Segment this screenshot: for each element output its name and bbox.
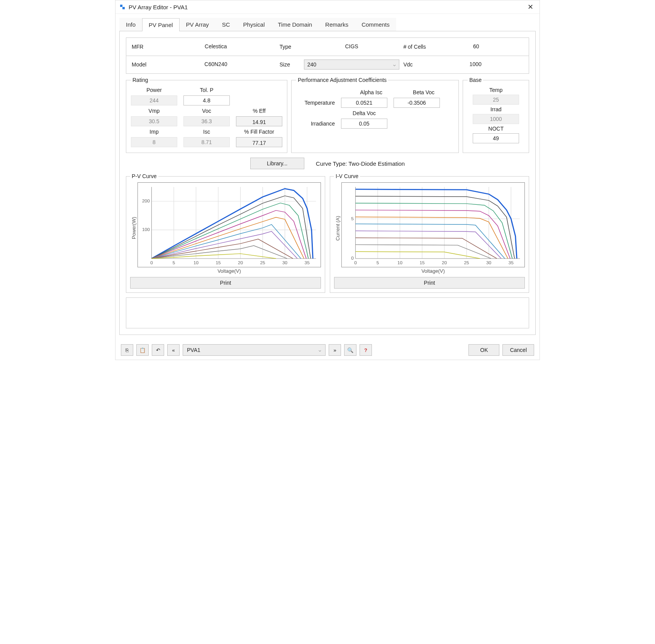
svg-text:100: 100 [142,228,150,232]
curve-type-label: Curve Type: Two-Diode Estimation [316,160,405,167]
voc-label: Voc [183,108,230,114]
alpha-label: Alpha Isc [348,89,394,95]
rating-group: Rating Power Tol. P 244 4.8 Vmp Voc % Ef… [126,77,287,153]
paste-icon[interactable]: 📋 [136,344,149,356]
tab-pv-panel[interactable]: PV Panel [142,18,180,31]
iv-ylabel: Current (A) [334,182,341,274]
id-combo-value: PVA1 [187,347,200,353]
tabs: Info PV Panel PV Array SC Physical Time … [119,18,536,31]
tab-info[interactable]: Info [119,18,142,31]
tolp-field[interactable]: 4.8 [183,95,230,105]
ff-field[interactable]: 77.17 [236,137,282,147]
tolp-label: Tol. P [183,87,230,93]
svg-text:0: 0 [354,261,357,265]
size-label: Size [280,61,301,68]
iv-curve-box: I-V Curve Current (A) 0510152025303505 V… [330,173,529,293]
beta-label: Beta Voc [400,89,447,95]
svg-text:20: 20 [238,261,243,265]
type-field[interactable]: CIGS [304,42,400,52]
base-irrad-field: 1000 [473,114,519,124]
pv-ylabel: Power(W) [130,182,137,274]
iv-print-button[interactable]: Print [334,277,525,289]
tab-pv-array[interactable]: PV Array [180,18,216,31]
cells-field[interactable]: 60 [429,42,523,52]
svg-text:25: 25 [260,261,265,265]
vmp-label: Vmp [131,108,177,114]
titlebar: PV Array Editor - PVA1 ✕ [115,0,540,14]
id-combo[interactable]: PVA1 ⌵ [183,344,326,356]
find-icon[interactable]: 🔍 [344,344,356,356]
svg-text:0: 0 [150,261,153,265]
svg-text:30: 30 [486,261,491,265]
iv-legend: I-V Curve [334,173,360,179]
mfr-label: MFR [132,44,153,50]
library-button[interactable]: Library... [250,158,304,169]
pv-legend: P-V Curve [130,173,158,179]
help-button[interactable]: ? [360,344,372,356]
imp-label: Imp [131,129,177,135]
ff-label: % Fill Factor [236,129,282,135]
model-field[interactable]: C60N240 [156,59,276,70]
copy-icon[interactable]: ⎘ [121,344,133,356]
model-label: Model [132,61,153,68]
svg-text:10: 10 [193,261,199,265]
pv-xlabel: Voltage(V) [137,268,321,274]
svg-text:200: 200 [142,199,150,204]
header-row-2: Model C60N240 Size 240 ⌵ Vdc 1000 [126,56,529,74]
svg-text:5: 5 [173,261,175,265]
window-title: PV Array Editor - PVA1 [129,4,525,10]
mfr-field[interactable]: Celestica [156,42,276,52]
svg-text:15: 15 [216,261,221,265]
power-field: 244 [131,95,177,105]
ok-button[interactable]: OK [468,344,499,356]
svg-text:5: 5 [377,261,379,265]
delta-field[interactable]: 0.05 [341,119,387,129]
imp-field: 8 [131,137,177,147]
content: Info PV Panel PV Array SC Physical Time … [115,14,540,340]
pv-curve-box: P-V Curve Power(W) 05101520253035100200 … [126,173,325,293]
beta-field[interactable]: -0.3506 [394,98,440,108]
chevron-down-icon: ⌵ [319,348,321,353]
nav-first-button[interactable]: « [167,344,180,356]
tab-remarks[interactable]: Remarks [319,18,355,31]
pv-print-button[interactable]: Print [130,277,321,289]
svg-text:15: 15 [419,261,424,265]
eff-label: % Eff [236,108,282,114]
temp-row-label: Temperature [296,100,335,106]
base-irrad-label: Irrad [490,106,502,112]
base-noct-field[interactable]: 49 [473,133,519,143]
alpha-field[interactable]: 0.0521 [341,98,387,108]
svg-rect-0 [120,5,122,7]
message-box [126,297,529,328]
tab-time-domain[interactable]: Time Domain [271,18,319,31]
undo-icon[interactable]: ↶ [152,344,164,356]
chevron-down-icon: ⌵ [393,62,396,67]
tab-comments[interactable]: Comments [355,18,396,31]
perf-group: Performance Adjustment Coefficients x Al… [291,77,459,153]
tab-physical[interactable]: Physical [237,18,272,31]
perf-legend: Performance Adjustment Coefficients [296,77,388,83]
size-value: 240 [307,61,316,68]
svg-text:25: 25 [464,261,469,265]
svg-text:5: 5 [351,216,354,221]
bottom-bar: ⎘ 📋 ↶ « PVA1 ⌵ » 🔍 ? OK Cancel [115,340,540,360]
base-temp-label: Temp [489,87,502,93]
nav-last-button[interactable]: » [329,344,341,356]
library-row: Library... Curve Type: Two-Diode Estimat… [126,158,529,169]
isc-label: Isc [183,129,230,135]
cancel-button[interactable]: Cancel [502,344,534,356]
header-row-1: MFR Celestica Type CIGS # of Cells 60 [126,37,529,56]
svg-text:10: 10 [397,261,402,265]
base-temp-field: 25 [473,95,519,105]
close-icon[interactable]: ✕ [525,3,536,11]
tab-sc[interactable]: SC [216,18,237,31]
app-icon [119,4,126,10]
power-label: Power [131,87,177,93]
size-select[interactable]: 240 ⌵ [304,59,400,70]
svg-text:20: 20 [442,261,447,265]
iv-xlabel: Voltage(V) [341,268,525,274]
cells-label: # of Cells [403,44,426,50]
rating-legend: Rating [131,77,149,83]
eff-field[interactable]: 14.91 [236,116,282,126]
vdc-field[interactable]: 1000 [428,59,523,70]
